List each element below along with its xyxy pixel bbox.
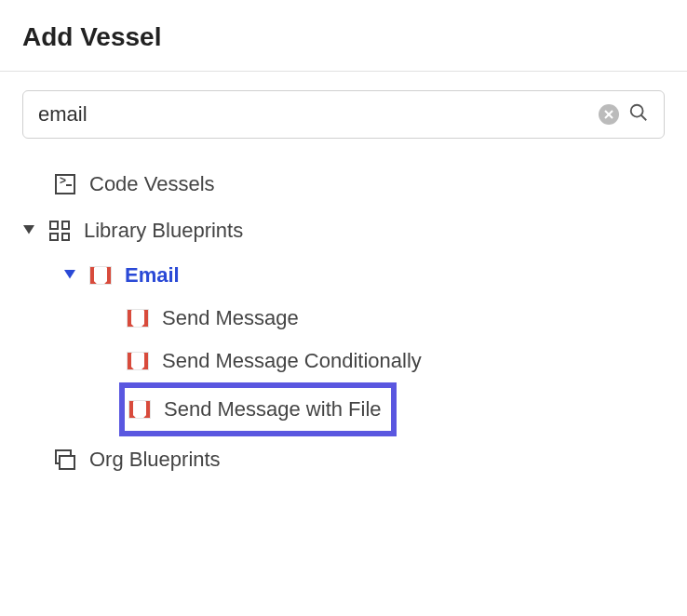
tree-item-code-vessels[interactable]: Code Vessels [28,161,665,208]
tree-item-send-message[interactable]: Send Message [127,297,665,340]
highlighted-selection: Send Message with File [119,382,397,436]
gmail-icon [127,307,149,329]
tree-item-email[interactable]: Email [63,254,665,297]
tree-item-send-message-with-file[interactable]: Send Message with File [128,392,382,427]
grid-icon [48,220,71,242]
tree-item-label: Library Blueprints [84,219,243,243]
tree-item-label: Code Vessels [89,172,215,196]
tree-item-label: Send Message with File [164,397,382,422]
vessel-tree: Code Vessels Library Blueprints Email Se… [0,139,687,483]
tree-item-org-blueprints[interactable]: Org Blueprints [28,436,665,483]
svg-line-3 [641,115,647,121]
tree-item-label: Org Blueprints [89,448,221,472]
terminal-icon [54,173,76,195]
gmail-icon [127,350,149,372]
search-icon[interactable] [628,102,649,127]
tree-item-label: Send Message [162,306,299,330]
gmail-icon [128,398,151,421]
tree-item-label: Email [125,263,180,288]
caret-down-icon[interactable] [63,270,76,281]
search-box[interactable] [22,90,665,139]
svg-marker-6 [64,270,75,279]
overlap-icon [54,449,76,471]
clear-search-icon[interactable] [599,104,619,125]
search-input[interactable] [38,102,589,127]
svg-marker-5 [23,225,34,234]
search-container [0,72,687,139]
tree-item-send-message-conditionally[interactable]: Send Message Conditionally [127,340,665,382]
panel-title: Add Vessel [22,22,665,52]
panel-header: Add Vessel [0,0,687,72]
svg-point-2 [631,105,643,117]
tree-item-library-blueprints[interactable]: Library Blueprints [22,208,665,254]
tree-item-label: Send Message Conditionally [162,349,422,373]
gmail-icon [89,264,112,287]
caret-down-icon[interactable] [22,225,35,236]
